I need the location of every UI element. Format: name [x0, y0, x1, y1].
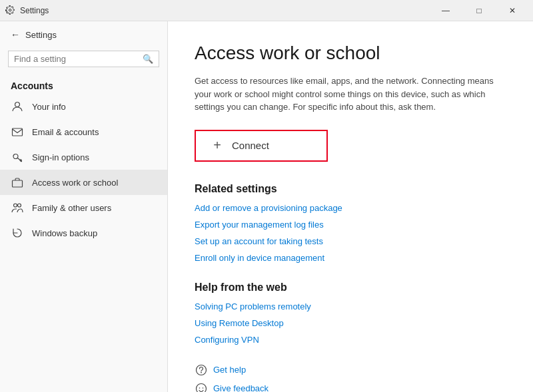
- sidebar: ← Settings 🔍 Accounts Your info: [0, 21, 168, 392]
- get-help-label[interactable]: Get help: [213, 365, 246, 375]
- svg-point-7: [197, 383, 207, 392]
- email-icon: [11, 125, 24, 138]
- family-icon: [11, 201, 24, 214]
- content-description: Get access to resources like email, apps…: [195, 75, 506, 114]
- title-bar-left: Settings: [5, 5, 430, 16]
- sidebar-item-your-info[interactable]: Your info: [0, 94, 167, 119]
- svg-point-6: [197, 365, 207, 375]
- footer-links: Get help Give feedback: [195, 363, 506, 393]
- minimize-button[interactable]: —: [430, 0, 461, 21]
- svg-point-5: [18, 204, 21, 207]
- connect-button[interactable]: + Connect: [195, 130, 328, 162]
- maximize-button[interactable]: □: [464, 0, 494, 21]
- sidebar-label-sign-in: Sign-in options: [32, 152, 89, 162]
- sidebar-back-nav[interactable]: ← Settings: [0, 21, 167, 48]
- settings-icon: [5, 5, 16, 16]
- related-settings-heading: Related settings: [195, 183, 506, 195]
- title-bar-controls: — □ ✕: [430, 0, 528, 21]
- help-link-remote-desktop[interactable]: Using Remote Desktop: [195, 318, 506, 328]
- sidebar-item-access-work[interactable]: Access work or school: [0, 170, 167, 195]
- plus-icon: +: [209, 138, 225, 154]
- key-icon: [11, 150, 24, 164]
- give-feedback-icon: [195, 382, 208, 393]
- title-bar-title: Settings: [20, 6, 49, 15]
- help-link-pc-problems[interactable]: Solving PC problems remotely: [195, 301, 506, 311]
- sidebar-item-sign-in[interactable]: Sign-in options: [0, 144, 167, 170]
- svg-point-9: [203, 387, 204, 389]
- svg-rect-1: [13, 128, 23, 136]
- page-title: Access work or school: [195, 43, 506, 64]
- svg-rect-3: [13, 180, 23, 187]
- related-link-provisioning[interactable]: Add or remove a provisioning package: [195, 203, 506, 213]
- related-settings-section: Related settings Add or remove a provisi…: [195, 183, 506, 263]
- help-section: Help from the web Solving PC problems re…: [195, 282, 506, 345]
- back-arrow-icon: ←: [11, 29, 20, 40]
- related-link-export-log[interactable]: Export your management log files: [195, 220, 506, 230]
- sidebar-section-title: Accounts: [0, 75, 167, 94]
- title-bar: Settings — □ ✕: [0, 0, 533, 21]
- sidebar-label-your-info: Your info: [32, 102, 66, 112]
- related-link-account-tests[interactable]: Set up an account for taking tests: [195, 236, 506, 246]
- help-link-vpn[interactable]: Configuring VPN: [195, 335, 506, 345]
- sidebar-label-access-work: Access work or school: [32, 178, 118, 188]
- briefcase-icon: [11, 176, 24, 189]
- sidebar-nav-title: Settings: [25, 30, 57, 40]
- sidebar-item-family[interactable]: Family & other users: [0, 195, 167, 220]
- sidebar-item-email-accounts[interactable]: Email & accounts: [0, 119, 167, 144]
- content-area: Access work or school Get access to reso…: [168, 21, 533, 392]
- search-icon: 🔍: [143, 54, 153, 64]
- svg-point-8: [199, 387, 201, 389]
- get-help-icon: [195, 363, 208, 377]
- svg-point-4: [14, 204, 17, 207]
- svg-point-0: [15, 102, 20, 107]
- related-link-enroll-device[interactable]: Enroll only in device management: [195, 253, 506, 263]
- app-body: ← Settings 🔍 Accounts Your info: [0, 21, 533, 392]
- get-help-item[interactable]: Get help: [195, 363, 506, 377]
- backup-icon: [11, 226, 24, 240]
- search-input[interactable]: [14, 54, 139, 64]
- help-heading: Help from the web: [195, 282, 506, 294]
- your-info-icon: [11, 100, 24, 113]
- sidebar-item-windows-backup[interactable]: Windows backup: [0, 220, 167, 246]
- sidebar-label-email-accounts: Email & accounts: [32, 127, 99, 137]
- give-feedback-item[interactable]: Give feedback: [195, 382, 506, 393]
- search-box[interactable]: 🔍: [8, 51, 159, 67]
- close-button[interactable]: ✕: [497, 0, 528, 21]
- give-feedback-label[interactable]: Give feedback: [213, 383, 268, 392]
- sidebar-label-family: Family & other users: [32, 203, 111, 213]
- sidebar-label-windows-backup: Windows backup: [32, 228, 97, 238]
- connect-label: Connect: [232, 140, 269, 151]
